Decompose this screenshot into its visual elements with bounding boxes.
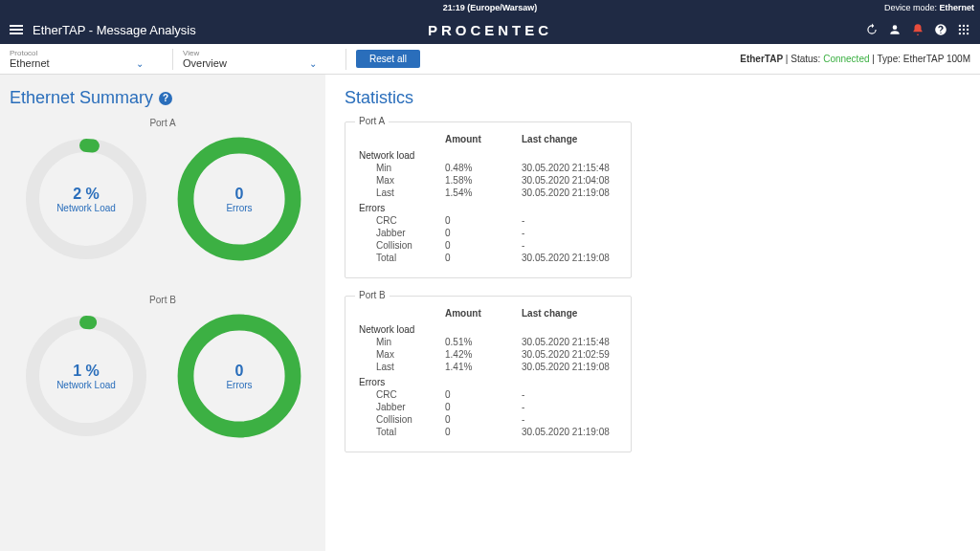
- ring-port-b-errors: 0Errors: [172, 309, 306, 443]
- stats-table-port-b: AmountLast change Network load Min0.51%3…: [359, 306, 617, 438]
- clock-text: 21:19 (Europe/Warsaw): [443, 3, 538, 12]
- port-b-label: Port B: [10, 295, 316, 305]
- user-icon[interactable]: [888, 23, 902, 36]
- bell-icon[interactable]: [911, 23, 924, 36]
- page-title: EtherTAP - Message Analysis: [33, 23, 196, 37]
- chevron-down-icon: ⌄: [136, 58, 144, 69]
- chevron-down-icon: ⌄: [309, 58, 317, 69]
- svg-point-0: [959, 25, 961, 27]
- help-badge-icon[interactable]: ?: [159, 92, 172, 105]
- view-select[interactable]: View Overview⌄: [183, 49, 317, 69]
- svg-point-4: [963, 29, 965, 31]
- ring-port-b-load: 1 %Network Load: [19, 309, 153, 443]
- svg-point-2: [967, 25, 969, 27]
- port-a-rings: 2 %Network Load 0Errors: [10, 132, 316, 266]
- top-time-bar: 21:19 (Europe/Warsaw) Device mode: Ether…: [0, 0, 980, 15]
- divider: [345, 49, 346, 70]
- svg-point-6: [959, 33, 961, 34]
- statistics-panel: Statistics Port A AmountLast change Netw…: [325, 75, 980, 551]
- filter-bar: Protocol Ethernet⌄ View Overview⌄ Reset …: [0, 44, 980, 75]
- svg-point-1: [963, 25, 965, 27]
- menu-icon[interactable]: [10, 25, 23, 34]
- svg-point-3: [959, 29, 961, 31]
- svg-point-8: [967, 33, 969, 34]
- stats-port-b: Port B AmountLast change Network load Mi…: [345, 296, 632, 452]
- port-a-label: Port A: [10, 118, 316, 128]
- protocol-select[interactable]: Protocol Ethernet⌄: [10, 49, 144, 69]
- app-header: EtherTAP - Message Analysis PROCENTEC: [0, 15, 980, 44]
- device-mode: Device mode: Ethernet: [884, 3, 974, 12]
- main-area: Ethernet Summary ? Port A 2 %Network Loa…: [0, 75, 980, 551]
- reset-all-button[interactable]: Reset all: [356, 50, 420, 68]
- stats-port-a: Port A AmountLast change Network load Mi…: [345, 121, 632, 278]
- divider: [172, 49, 173, 70]
- brand-logo: PROCENTEC: [428, 22, 552, 38]
- header-icon-group: [865, 23, 970, 36]
- stats-table-port-a: AmountLast change Network load Min0.48%3…: [359, 132, 617, 264]
- ring-port-a-load: 2 %Network Load: [19, 132, 153, 266]
- svg-point-5: [967, 29, 969, 31]
- help-icon[interactable]: [934, 23, 947, 36]
- svg-point-7: [963, 33, 965, 34]
- summary-title: Ethernet Summary ?: [10, 88, 316, 108]
- summary-panel: Ethernet Summary ? Port A 2 %Network Loa…: [0, 75, 325, 551]
- statistics-title: Statistics: [345, 88, 961, 108]
- device-status: EtherTAP | Status: Connected | Type: Eth…: [740, 54, 970, 64]
- apps-grid-icon[interactable]: [957, 23, 970, 36]
- refresh-icon[interactable]: [865, 23, 879, 36]
- ring-port-a-errors: 0Errors: [172, 132, 306, 266]
- port-b-rings: 1 %Network Load 0Errors: [10, 309, 316, 443]
